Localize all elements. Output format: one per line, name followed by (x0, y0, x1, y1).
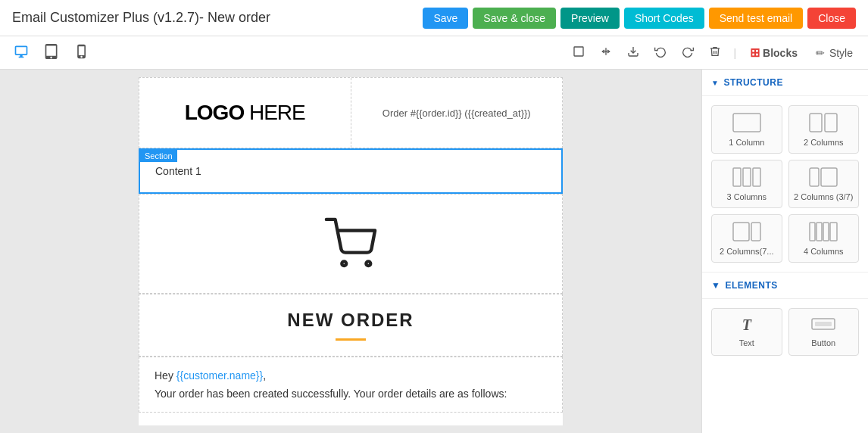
delete-button[interactable] (704, 42, 726, 64)
device-desktop-button[interactable] (9, 41, 33, 65)
right-panel: ▼ STRUCTURE 1 Column 2 Columns (701, 70, 868, 433)
app-header: Email Customizer Plus (v1.2.7)- New orde… (0, 0, 868, 36)
greeting-text: Hey {{customer.name}}, (155, 369, 547, 382)
download-button[interactable] (623, 42, 644, 64)
device-mobile-button[interactable] (70, 41, 94, 65)
2col-icon (808, 112, 838, 133)
undo-button[interactable] (650, 42, 671, 64)
download-icon (627, 45, 639, 58)
button-element-icon (811, 316, 835, 334)
svg-rect-15 (751, 223, 760, 241)
short-codes-button[interactable]: Short Codes (624, 8, 704, 29)
2col-7x-icon (732, 221, 762, 242)
structure-2col-7x[interactable]: 2 Columns(7... (711, 214, 782, 263)
structure-1col[interactable]: 1 Column (711, 105, 782, 154)
toolbar-left (9, 41, 562, 65)
2col-label: 2 Columns (804, 138, 844, 147)
toolbar-separator: | (733, 47, 736, 59)
svg-rect-19 (830, 223, 837, 241)
logo-normal: HERE (244, 101, 305, 124)
greeting-section[interactable]: Hey {{customer.name}}, Your order has be… (139, 357, 563, 413)
svg-rect-9 (733, 168, 741, 186)
underline-bar (336, 338, 366, 341)
select-tool-button[interactable] (568, 42, 589, 64)
header-row[interactable]: LOGO HERE Order #{{order.id}} ({{created… (139, 77, 563, 148)
device-tablet-button[interactable] (39, 41, 64, 65)
svg-rect-14 (733, 223, 749, 241)
text-element-label: Text (739, 338, 754, 347)
blocks-tab-button[interactable]: ⊞ Blocks (744, 42, 804, 63)
preview-button[interactable]: Preview (560, 8, 620, 29)
structure-grid: 1 Column 2 Columns 3 Columns (702, 96, 868, 273)
main-content: LOGO HERE Order #{{order.id}} ({{created… (0, 70, 868, 433)
canvas-area[interactable]: LOGO HERE Order #{{order.id}} ({{created… (0, 70, 701, 433)
svg-rect-7 (810, 114, 822, 132)
undo-icon (654, 45, 667, 58)
structure-2col-37[interactable]: 2 Columns (3/7) (788, 160, 860, 208)
blocks-label: Blocks (763, 47, 798, 59)
cart-icon (324, 217, 377, 270)
logo-bold: LOGO (185, 101, 244, 124)
elements-header[interactable]: ▼ ELEMENTS (702, 273, 868, 299)
elements-chevron-icon: ▼ (711, 280, 720, 291)
desktop-icon (14, 44, 29, 59)
close-button[interactable]: Close (807, 8, 856, 29)
email-canvas: LOGO HERE Order #{{order.id}} ({{created… (139, 77, 563, 425)
logo-cell[interactable]: LOGO HERE (139, 78, 351, 148)
3col-icon (732, 167, 762, 188)
button-element-label: Button (811, 338, 835, 347)
save-button[interactable]: Save (423, 8, 468, 29)
4col-label: 4 Columns (804, 247, 844, 256)
toolbar: | ⊞ Blocks ✏ Style (0, 36, 868, 70)
structure-4col[interactable]: 4 Columns (788, 214, 860, 263)
svg-rect-11 (753, 168, 760, 186)
redo-icon (682, 45, 694, 58)
new-order-section[interactable]: NEW ORDER (139, 294, 563, 357)
order-cell[interactable]: Order #{{order.id}} ({{created_at}}) (351, 78, 563, 148)
tablet-icon (44, 44, 59, 59)
structure-header[interactable]: ▼ STRUCTURE (702, 70, 868, 96)
svg-rect-21 (815, 322, 832, 326)
move-icon (600, 45, 612, 58)
svg-rect-12 (810, 168, 819, 186)
elements-grid: T Text Button (702, 299, 868, 365)
2col-37-label: 2 Columns (3/7) (794, 192, 853, 201)
cart-section[interactable] (139, 194, 563, 294)
style-tab-button[interactable]: ✏ Style (810, 44, 859, 62)
mobile-icon (74, 44, 89, 59)
trash-icon (709, 45, 721, 58)
4col-icon (808, 221, 838, 242)
section-label: Section (140, 150, 177, 162)
element-button[interactable]: Button (788, 308, 860, 356)
save-close-button[interactable]: Save & close (473, 8, 556, 29)
body-text: Your order has been created successfully… (155, 388, 547, 400)
header-actions: Save Save & close Preview Short Codes Se… (423, 8, 856, 29)
3col-label: 3 Columns (726, 192, 767, 201)
content-section[interactable]: Section Content 1 (139, 148, 563, 194)
svg-rect-13 (821, 168, 837, 186)
redo-button[interactable] (677, 42, 698, 64)
pencil-icon: ✏ (816, 47, 825, 59)
structure-3col[interactable]: 3 Columns (711, 160, 782, 208)
svg-rect-6 (733, 114, 760, 132)
structure-2col[interactable]: 2 Columns (788, 105, 860, 154)
svg-rect-16 (810, 223, 815, 241)
svg-rect-10 (743, 168, 751, 186)
customer-name-placeholder: {{customer.name}} (176, 369, 263, 382)
2col-37-icon (808, 167, 838, 188)
content-section-wrapper[interactable]: Section Content 1 (139, 148, 563, 194)
svg-rect-18 (823, 223, 829, 241)
1col-label: 1 Column (729, 138, 764, 147)
svg-point-4 (342, 261, 346, 266)
send-test-button[interactable]: Send test email (709, 8, 804, 29)
page-title: Email Customizer Plus (v1.2.7)- New orde… (12, 10, 423, 26)
structure-label: STRUCTURE (723, 77, 783, 88)
structure-chevron-icon: ▼ (711, 79, 719, 87)
move-tool-button[interactable] (595, 42, 617, 64)
button-shape-icon (811, 318, 835, 330)
svg-rect-17 (816, 223, 822, 241)
1col-icon (732, 112, 762, 133)
svg-point-5 (366, 261, 370, 266)
order-text: Order #{{order.id}} ({{created_at}}) (382, 107, 531, 119)
element-text[interactable]: T Text (711, 308, 782, 356)
